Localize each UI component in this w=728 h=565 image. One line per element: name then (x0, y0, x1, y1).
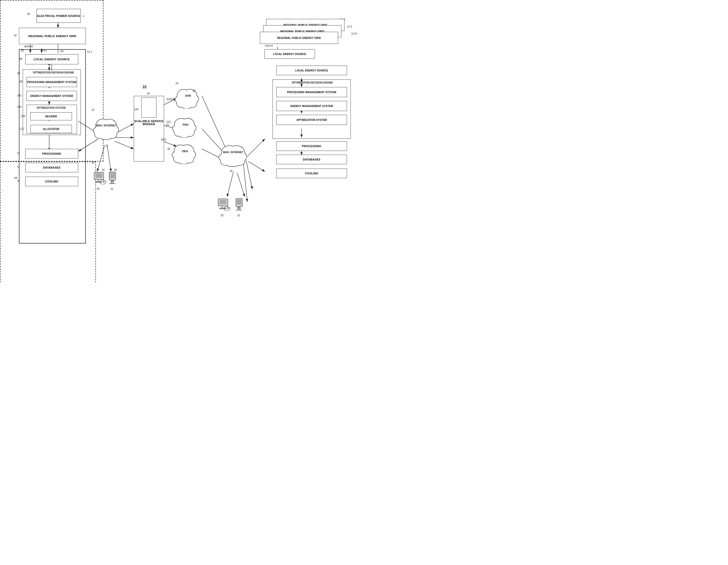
computer-32-right (235, 198, 245, 211)
cooling-right-box: COOLING (276, 169, 347, 178)
ref-12-1: 12-1 (87, 50, 92, 53)
ref-28-right: 28 (221, 214, 223, 217)
des-label: DES (161, 138, 166, 141)
ref-64: 64 (147, 92, 150, 95)
ref-76: 76 (17, 180, 20, 182)
svg-line-27 (249, 162, 265, 172)
svg-line-17 (115, 141, 134, 149)
ref-12-N: 12-N (351, 32, 357, 35)
svg-line-26 (247, 139, 265, 156)
regional-grid-left-label: REGIONAL PUBLIC ENERGY GRID (29, 35, 76, 38)
electrical-power-source-label: ELECTRICAL POWER SOURCE (37, 14, 80, 17)
processing-left-box: PROCESSING (25, 149, 78, 158)
ref-36: 36 (114, 169, 117, 171)
cooling-left-box: COOLING (25, 177, 78, 186)
den-cloud (171, 143, 196, 164)
svg-rect-40 (97, 179, 99, 181)
local-energy-right-top: LOCAL ENERGY SOURCE (264, 49, 315, 59)
ref-104m: 104 (134, 108, 139, 111)
local-energy-left-label: LOCAL ENERGY SOURCE (34, 58, 70, 61)
ref-92b: ~92 (59, 50, 64, 53)
svg-line-31 (237, 173, 245, 197)
processing-right-box: PROCESSING (276, 141, 347, 151)
cooling-left-label: COOLING (45, 180, 58, 183)
ref-68: 68 (14, 177, 17, 179)
proc-mgmt-right-box: PROCESSING MANAGEMENT SYSTEM (276, 87, 347, 97)
svg-rect-47 (111, 180, 114, 183)
wan-cloud-left (92, 116, 120, 141)
ref-74: 74 (17, 166, 20, 169)
regional-grid-right-3: REGIONAL PUBLIC ENERGY GRID (260, 32, 338, 44)
ref-16-right: 16 (230, 170, 232, 172)
wan-label-left: WAN / INTERNET (95, 124, 117, 127)
ref-32-right: 32 (237, 214, 240, 217)
sdds-label: S/DDS (167, 98, 174, 101)
ref-84: 84 (27, 13, 30, 15)
ref-12-3: 12-3 (347, 25, 352, 28)
svg-rect-57 (237, 199, 241, 205)
scalable-broker-label: SCALABLE SERVICE BROKER (134, 120, 164, 126)
san-label: SAN (180, 94, 196, 97)
ref-22a: 22 (92, 109, 94, 111)
computer-28 (93, 172, 107, 185)
svg-rect-52 (220, 208, 226, 209)
svg-point-43 (103, 181, 104, 182)
regional-grid-left-optional: optional (24, 45, 33, 48)
svg-rect-48 (109, 183, 115, 184)
svg-rect-41 (95, 181, 102, 182)
local-energy-left-box: LOCAL ENERGY SOURCE (25, 54, 78, 64)
svg-rect-58 (238, 207, 240, 210)
ref-72: 72 (17, 152, 20, 155)
pan-cloud (172, 116, 197, 138)
computer-28-right (217, 198, 231, 212)
svg-rect-39 (95, 173, 102, 178)
ref-18: 18 (175, 82, 178, 85)
svg-rect-59 (236, 210, 242, 210)
vis-label: VIS (167, 121, 171, 123)
databases-left-box: DATABASES (25, 163, 78, 172)
pan-label: PAN (178, 123, 193, 126)
ref-34: 34 (102, 169, 104, 171)
scalable-broker-box: SCALABLE SERVICE BROKER (134, 96, 164, 162)
ref-32-left: 32 (111, 187, 113, 190)
opt-sys-right-box: OPTIMIZATION SYSTEM (276, 115, 347, 125)
ref-104: 104 (17, 105, 21, 108)
regional-grid-left-box: REGIONAL PUBLIC ENERGY GRID (19, 28, 86, 44)
ref-16-left: 16 (105, 144, 108, 147)
svg-line-29 (244, 164, 247, 202)
electrical-power-source-box: ELECTRICAL POWER SOURCE (37, 9, 81, 23)
dots-84: ... (82, 13, 85, 17)
svg-line-19 (107, 146, 111, 172)
energy-mgmt-right-box: ENERGY MANAGEMENT SYSTEM (276, 101, 347, 111)
den-label: DEN (177, 150, 193, 153)
regional-grid-right-3-opt: optional (265, 44, 273, 47)
wan-cloud-right (218, 143, 248, 168)
san-cloud (174, 87, 199, 109)
ref-102: 102 (17, 94, 21, 97)
ref-96: 96 (17, 72, 20, 75)
svg-line-30 (227, 172, 233, 197)
svg-rect-51 (222, 206, 223, 208)
local-energy-right-2: LOCAL ENERGY SOURCE (276, 66, 347, 75)
svg-rect-46 (110, 173, 115, 178)
processing-left-label: PROCESSING (42, 152, 61, 155)
ref-54: 54 (166, 124, 169, 126)
databases-right-box: DATABASES (276, 155, 347, 164)
svg-point-54 (227, 207, 229, 209)
ode-right-label: OPTIMIZATION DECISION ENGINE (283, 81, 342, 84)
ref-98: 98 (20, 80, 22, 83)
ref-42: 42 (193, 90, 195, 92)
ref-22b: 22 (92, 162, 94, 164)
wan-label-right: WAN / INTERNET (222, 151, 245, 154)
diagram-number: 10 (143, 85, 147, 89)
computer-32 (108, 172, 118, 184)
ref-28-left: 28 (97, 187, 99, 190)
diagram-container: ELECTRICAL POWER SOURCE 84 ... REGIONAL … (0, 0, 364, 282)
databases-left-label: DATABASES (43, 166, 61, 169)
svg-rect-50 (220, 200, 227, 204)
ref-48: 48 (167, 148, 170, 150)
ref-88: 88 (19, 58, 22, 60)
ref-82: 82 (14, 34, 17, 37)
opt-engine-left-outer (23, 69, 81, 135)
